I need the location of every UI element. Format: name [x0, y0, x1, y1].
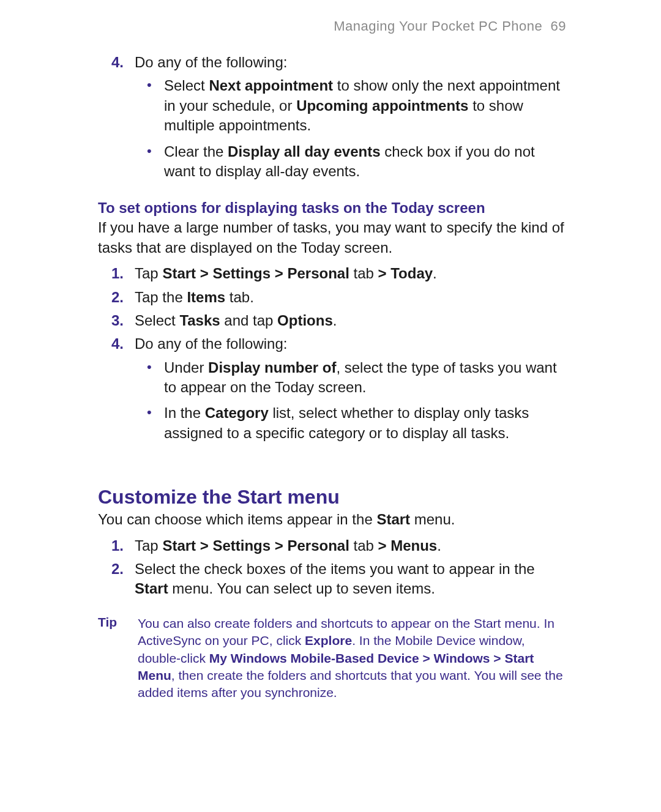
text: and tap [220, 312, 277, 329]
step-2: 2. Select the check boxes of the items y… [135, 559, 566, 599]
text: tab [349, 537, 378, 554]
step-number: 1. [111, 264, 124, 283]
bold-text: > Menus [378, 537, 438, 554]
bold-text: Items [187, 289, 225, 305]
running-header: Managing Your Pocket PC Phone 69 [98, 18, 566, 34]
step-number: 1. [111, 536, 124, 556]
subheading-tasks: To set options for displaying tasks on t… [98, 199, 566, 217]
page-number: 69 [551, 18, 566, 34]
bullet-icon: • [147, 404, 152, 420]
step-3: 3. Select Tasks and tap Options. [135, 311, 566, 330]
text: Select [164, 77, 209, 94]
text: . [437, 537, 441, 554]
bullet-text: Under Display number of, select the type… [164, 359, 557, 395]
bold-text: Tasks [179, 312, 220, 329]
bullet-icon: • [147, 359, 152, 375]
text: Select [135, 312, 179, 329]
text: , then create the folders and shortcuts … [138, 668, 563, 699]
bullet-item: • Clear the Display all day events check… [164, 142, 566, 182]
text: menu. [410, 511, 455, 527]
bullet-list: • Under Display number of, select the ty… [135, 358, 566, 444]
bold-text: > Today [378, 265, 433, 281]
step-2: 2. Tap the Items tab. [135, 288, 566, 307]
text: Select the check boxes of the items you … [135, 561, 535, 577]
text: Tap [135, 537, 162, 554]
bullet-icon: • [147, 77, 152, 93]
text: menu. You can select up to seven items. [168, 580, 435, 597]
step-text: Select the check boxes of the items you … [135, 561, 535, 597]
text: . [333, 312, 337, 329]
step-number: 2. [111, 288, 124, 307]
text: Under [164, 359, 208, 376]
step-number: 4. [111, 53, 124, 72]
bullet-icon: • [147, 143, 152, 159]
step-1: 1. Tap Start > Settings > Personal tab >… [135, 536, 566, 556]
bold-text: Display number of [208, 359, 336, 376]
text: Tap the [135, 289, 187, 305]
page: Managing Your Pocket PC Phone 69 4. Do a… [0, 0, 661, 812]
bold-text: Start [376, 511, 410, 527]
text: You can choose which items appear in the [98, 511, 376, 527]
step-number: 2. [111, 559, 124, 579]
ordered-list-start-menu: 1. Tap Start > Settings > Personal tab >… [98, 536, 566, 599]
bullet-item: • In the Category list, select whether t… [164, 403, 566, 443]
step-text: Tap Start > Settings > Personal tab > Me… [135, 537, 441, 554]
paragraph-intro-tasks: If you have a large number of tasks, you… [98, 218, 566, 258]
tip-block: Tip You can also create folders and shor… [98, 615, 566, 702]
running-title: Managing Your Pocket PC Phone [334, 18, 542, 34]
tip-label: Tip [98, 615, 138, 702]
bullet-list: • Select Next appointment to show only t… [135, 76, 566, 181]
step-1: 1. Tap Start > Settings > Personal tab >… [135, 264, 566, 283]
bold-text: Display all day events [228, 143, 380, 160]
bold-text: Explore [305, 633, 352, 647]
bullet-text: Select Next appointment to show only the… [164, 77, 560, 133]
step-text: Do any of the following: [135, 54, 287, 70]
text: Clear the [164, 143, 228, 160]
bold-text: Next appointment [209, 77, 333, 94]
text: Tap [135, 265, 162, 281]
bold-text: Upcoming appointments [296, 97, 468, 114]
step-text: Do any of the following: [135, 335, 287, 352]
tip-body: You can also create folders and shortcut… [138, 615, 566, 702]
bold-text: Start > Settings > Personal [162, 537, 349, 554]
step-text: Tap Start > Settings > Personal tab > To… [135, 265, 437, 281]
bullet-item: • Under Display number of, select the ty… [164, 358, 566, 398]
ordered-list-continued: 4. Do any of the following: • Select Nex… [98, 53, 566, 181]
bullet-text: Clear the Display all day events check b… [164, 143, 535, 179]
text: . [433, 265, 437, 281]
bold-text: Start > Settings > Personal [162, 265, 349, 281]
text: tab [349, 265, 378, 281]
step-4: 4. Do any of the following: • Under Disp… [135, 334, 566, 443]
bold-text: Options [277, 312, 333, 329]
ordered-list-tasks: 1. Tap Start > Settings > Personal tab >… [98, 264, 566, 443]
step-text: Tap the Items tab. [135, 289, 254, 305]
step-number: 4. [111, 334, 124, 354]
paragraph-intro-start-menu: You can choose which items appear in the… [98, 510, 566, 529]
step-text: Select Tasks and tap Options. [135, 312, 337, 329]
bullet-text: In the Category list, select whether to … [164, 404, 529, 441]
bold-text: Category [205, 404, 269, 421]
text: tab. [225, 289, 254, 305]
step-number: 3. [111, 311, 124, 330]
text: In the [164, 404, 205, 421]
bullet-item: • Select Next appointment to show only t… [164, 76, 566, 135]
bold-text: Start [135, 580, 168, 597]
step-4: 4. Do any of the following: • Select Nex… [135, 53, 566, 181]
heading-customize-start-menu: Customize the Start menu [98, 486, 566, 508]
